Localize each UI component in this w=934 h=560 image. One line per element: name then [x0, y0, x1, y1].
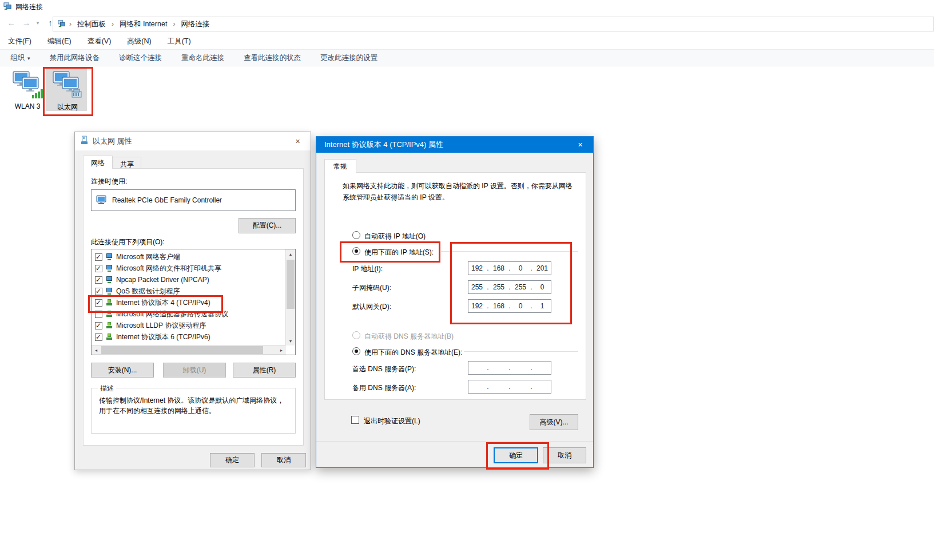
radio-manual-dns-label[interactable]: 使用下面的 DNS 服务器地址(E):: [364, 348, 462, 358]
network-adapter-icon: [96, 194, 106, 206]
tab-sharing[interactable]: 共享: [113, 157, 141, 169]
protocol-list: Microsoft 网络客户端Microsoft 网络的文件和打印机共享Npca…: [92, 251, 285, 345]
scroll-up-icon[interactable]: ▲: [286, 249, 295, 259]
scroll-right-icon[interactable]: ►: [277, 345, 286, 355]
tab-network[interactable]: 网络: [83, 156, 113, 169]
validate-settings-checkbox[interactable]: [351, 416, 359, 424]
menu-view[interactable]: 查看(V): [85, 35, 114, 47]
ethernet-connection-icon: [51, 93, 84, 101]
advanced-button[interactable]: 高级(V)...: [530, 414, 578, 430]
item-checkbox[interactable]: [95, 299, 102, 307]
breadcrumb-control-panel[interactable]: 控制面板: [75, 19, 108, 29]
menu-file[interactable]: 文件(F): [6, 35, 34, 47]
breadcrumb-network-and-internet[interactable]: 网络和 Internet: [117, 19, 169, 29]
disable-device-button[interactable]: 禁用此网络设备: [50, 53, 100, 63]
item-label: Microsoft 网络适配器多路传送器协议: [116, 309, 228, 319]
radio-auto-ip[interactable]: [352, 231, 360, 239]
protocol-icon: [106, 333, 113, 340]
item-label: Microsoft 网络的文件和打印机共享: [116, 264, 221, 273]
subnet-mask-field[interactable]: 255.255.255.0: [468, 280, 551, 294]
diagnose-connection-button[interactable]: 诊断这个连接: [119, 53, 162, 63]
tcpipv4-properties-dialog: Internet 协议版本 4 (TCP/IPv4) 属性 × 常规 如果网络支…: [316, 136, 594, 468]
item-label: Microsoft 网络客户端: [116, 252, 180, 262]
item-label: Internet 协议版本 6 (TCP/IPv6): [116, 332, 210, 342]
ip-address-field[interactable]: 192.168.0.201: [468, 261, 551, 275]
configure-button[interactable]: 配置(C)...: [239, 218, 296, 233]
protocol-list-item[interactable]: Microsoft 网络适配器多路传送器协议: [92, 308, 285, 320]
protocol-list-item[interactable]: Microsoft 网络的文件和打印机共享: [92, 263, 285, 274]
item-checkbox[interactable]: [95, 311, 102, 318]
connection-item-ethernet[interactable]: 以太网: [48, 70, 87, 112]
ipv4-dialog-titlebar[interactable]: Internet 协议版本 4 (TCP/IPv4) 属性 ×: [316, 137, 593, 153]
install-button[interactable]: 安装(N)...: [91, 363, 154, 378]
change-settings-button[interactable]: 更改此连接的设置: [320, 53, 377, 63]
cancel-button[interactable]: 取消: [543, 447, 586, 463]
address-location-icon: [58, 19, 66, 29]
radio-manual-ip[interactable]: [352, 247, 360, 255]
window-title: 网络连接: [15, 2, 43, 12]
address-bar[interactable]: › 控制面板 › 网络和 Internet › 网络连接: [53, 17, 934, 31]
menu-advanced[interactable]: 高级(N): [125, 35, 153, 47]
horizontal-scrollbar[interactable]: ◄ ►: [92, 345, 286, 355]
subnet-mask-label: 子网掩码(U):: [352, 283, 391, 293]
connection-label: 以太网: [48, 102, 87, 112]
item-checkbox[interactable]: [95, 288, 102, 295]
default-gateway-field[interactable]: 192.168.0.1: [468, 299, 551, 313]
breadcrumb-network-connections[interactable]: 网络连接: [178, 19, 212, 29]
protocol-list-item[interactable]: Internet 协议版本 6 (TCP/IPv6): [92, 331, 285, 343]
radio-manual-ip-label[interactable]: 使用下面的 IP 地址(S):: [364, 248, 434, 257]
item-checkbox[interactable]: [95, 333, 102, 341]
menu-tools[interactable]: 工具(T): [165, 35, 193, 47]
client-icon: [106, 265, 113, 272]
protocol-listbox[interactable]: Microsoft 网络客户端Microsoft 网络的文件和打印机共享Npca…: [91, 249, 296, 355]
tab-general[interactable]: 常规: [324, 159, 356, 173]
chevron-down-icon: ▾: [27, 55, 30, 61]
scrollbar-thumb[interactable]: [101, 346, 263, 354]
validate-settings-label[interactable]: 退出时验证设置(L): [364, 416, 420, 426]
view-status-button[interactable]: 查看此连接的状态: [244, 53, 301, 63]
items-list-label: 此连接使用下列项目(O):: [91, 237, 165, 247]
menu-bar: 文件(F) 编辑(E) 查看(V) 高级(N) 工具(T): [0, 33, 934, 49]
client-icon: [106, 253, 113, 260]
protocol-list-item[interactable]: Internet 协议版本 4 (TCP/IPv4): [92, 297, 285, 308]
back-button[interactable]: ←: [5, 15, 18, 30]
vertical-scrollbar[interactable]: ▲ ▼: [285, 249, 295, 345]
preferred-dns-field[interactable]: ...: [468, 361, 551, 375]
protocol-list-item[interactable]: QoS 数据包计划程序: [92, 285, 285, 297]
ethernet-dialog-titlebar[interactable]: 以太网 属性 ×: [75, 132, 311, 150]
ok-button[interactable]: 确定: [494, 447, 538, 463]
connection-item-wlan3[interactable]: WLAN 3: [8, 70, 47, 110]
close-icon[interactable]: ×: [567, 137, 593, 153]
footer-divider: [316, 441, 593, 442]
scroll-left-icon[interactable]: ◄: [92, 345, 101, 355]
connection-label: WLAN 3: [8, 102, 47, 110]
close-icon[interactable]: ×: [285, 132, 311, 150]
cancel-button[interactable]: 取消: [261, 453, 306, 467]
protocol-list-item[interactable]: Microsoft 网络客户端: [92, 251, 285, 263]
protocol-list-item[interactable]: Microsoft LLDP 协议驱动程序: [92, 320, 285, 331]
adapter-box: Realtek PCIe GbE Family Controller: [91, 189, 296, 211]
item-checkbox[interactable]: [95, 253, 102, 261]
menu-edit[interactable]: 编辑(E): [45, 35, 74, 47]
ethernet-properties-dialog: 以太网 属性 × 网络 共享 连接时使用: Realtek PCIe GbE F…: [74, 132, 311, 470]
alternate-dns-field[interactable]: ...: [468, 380, 551, 394]
item-properties-button[interactable]: 属性(R): [233, 363, 296, 378]
ok-button[interactable]: 确定: [210, 453, 255, 467]
item-label: Npcap Packet Driver (NPCAP): [116, 276, 209, 284]
connect-using-label: 连接时使用:: [91, 177, 127, 186]
recent-locations-chevron-icon[interactable]: ▾: [33, 15, 42, 30]
dialog-title: 以太网 属性: [93, 136, 132, 146]
protocol-list-item[interactable]: Npcap Packet Driver (NPCAP): [92, 274, 285, 285]
radio-auto-dns-label: 自动获得 DNS 服务器地址(B): [364, 332, 454, 341]
item-checkbox[interactable]: [95, 265, 102, 272]
rename-connection-button[interactable]: 重命名此连接: [181, 53, 224, 63]
scroll-down-icon[interactable]: ▼: [286, 336, 295, 345]
forward-button[interactable]: →: [19, 15, 33, 30]
radio-manual-dns[interactable]: [352, 347, 360, 355]
breadcrumb-separator-icon: ›: [68, 20, 73, 28]
radio-auto-ip-label[interactable]: 自动获得 IP 地址(O): [364, 232, 426, 241]
organize-menu-button[interactable]: 组织▾: [10, 53, 30, 63]
item-checkbox[interactable]: [95, 322, 102, 329]
scrollbar-thumb[interactable]: [287, 260, 295, 309]
item-checkbox[interactable]: [95, 276, 102, 284]
